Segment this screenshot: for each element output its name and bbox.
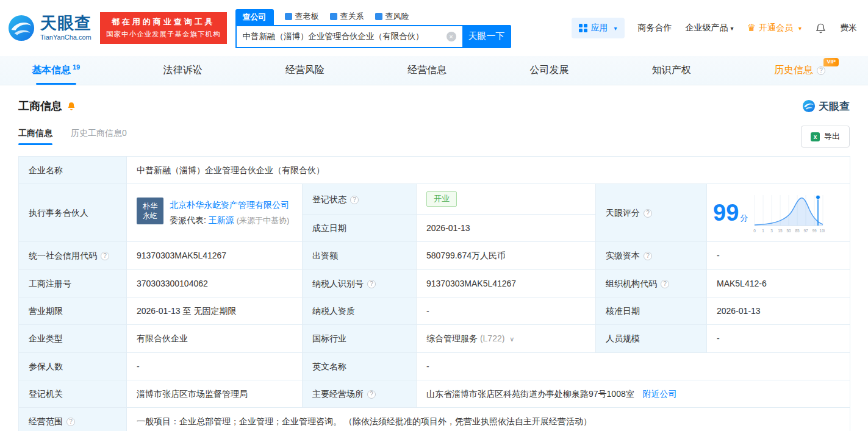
reg-number-value-cell: 370303300104062 [127, 269, 303, 297]
search-input[interactable] [235, 25, 462, 48]
grid-icon [579, 24, 587, 32]
search-area: 查公司 查老板 查关系 查风险 天眼一下 [235, 9, 511, 48]
help-icon[interactable] [66, 418, 75, 426]
reg-authority-label-cell: 登记机关 [19, 380, 127, 407]
approval-date-label-cell: 核准日期 [596, 297, 707, 325]
delegate-link[interactable]: 王新源 [209, 215, 234, 225]
help-icon[interactable] [644, 209, 652, 218]
history-help-icon[interactable] [817, 66, 825, 75]
approval-date-value-cell: 2026-01-13 [707, 297, 850, 325]
relation-tab-icon [330, 13, 337, 20]
capital-label: 出资额 [312, 251, 338, 260]
english-name-label: 英文名称 [312, 362, 346, 371]
tianyancha-logo-icon [7, 14, 35, 42]
apps-menu-label: 应用 [591, 23, 608, 34]
nav-tab-basic-info[interactable]: 基本信息 19 [28, 56, 84, 85]
nav-tab-history-info[interactable]: VIP 历史信息 [770, 56, 829, 85]
username[interactable]: 费米 [840, 23, 857, 34]
company-name-value: 中普新融（淄博）企业管理合伙企业（有限合伙） [137, 165, 325, 175]
org-code-label: 组织机构代码 [606, 279, 657, 288]
nav-tab-history-info-label: 历史信息 [774, 64, 813, 77]
search-tab-boss[interactable]: 查老板 [285, 11, 319, 25]
apps-menu[interactable]: 应用 [572, 18, 625, 38]
business-scope-label-cell: 经营范围 [19, 408, 127, 431]
establish-date-label-cell: 成立日期 [303, 215, 417, 242]
subtab-history-business-info[interactable]: 历史工商信息0 [71, 128, 127, 145]
open-vip-menu[interactable]: ♛ 开通会员 [747, 23, 802, 34]
approval-date-value: 2026-01-13 [717, 306, 761, 316]
tianyancha-logo[interactable]: 天眼查 TianYanCha.com [7, 14, 91, 42]
partner-avatar: 朴华 永屹 [137, 198, 163, 224]
search-button[interactable]: 天眼一下 [462, 25, 511, 48]
svg-text:85: 85 [795, 229, 800, 233]
alert-bell-icon[interactable] [66, 101, 76, 111]
section-title: 工商信息 [18, 99, 62, 113]
reg-number-label: 工商注册号 [29, 279, 71, 288]
company-name-value-cell: 中普新融（淄博）企业管理合伙企业（有限合伙） [127, 157, 850, 184]
chevron-down-icon[interactable] [509, 335, 514, 343]
logo-text: 天眼查 TianYanCha.com [40, 15, 91, 41]
business-address-label-cell: 主要经营场所 [303, 380, 417, 407]
taxpayer-quality-label-cell: 纳税人资质 [303, 297, 417, 325]
export-button-label: 导出 [824, 131, 840, 142]
help-icon[interactable] [644, 252, 652, 260]
english-name-value: - [426, 362, 429, 371]
corner-brand-text: 天眼查 [819, 99, 850, 113]
score-number: 99分 [713, 201, 748, 224]
company-type-value: 有限合伙企业 [137, 333, 188, 343]
search-tab-company[interactable]: 查公司 [235, 9, 274, 25]
taxpayer-id-label: 纳税人识别号 [312, 279, 364, 288]
nav-tab-company-development[interactable]: 公司发展 [526, 56, 572, 85]
nav-tab-intellectual-property[interactable]: 知识产权 [648, 56, 695, 85]
help-icon[interactable] [350, 196, 359, 204]
nav-tab-operation-risk[interactable]: 经营风险 [282, 56, 328, 85]
table-row-regnum-taxid: 工商注册号 370303300104062 纳税人识别号 91370303MAK… [19, 269, 850, 297]
nav-tab-operation-info[interactable]: 经营信息 [404, 56, 450, 85]
help-icon[interactable] [367, 280, 376, 288]
nearby-companies-link[interactable]: 附近公司 [643, 389, 677, 399]
insured-count-value-cell: - [127, 352, 303, 380]
help-icon[interactable] [101, 252, 109, 260]
search-tab-relation[interactable]: 查关系 [330, 11, 364, 25]
reg-number-label-cell: 工商注册号 [19, 269, 127, 297]
credit-code-value: 91370303MAK5L41267 [137, 251, 226, 260]
slogan-badge: 都在用的商业查询工具 国家中小企业发展子基金旗下机构 [100, 12, 227, 44]
score-unit: 分 [740, 213, 748, 223]
score-value-cell[interactable]: 99分 0 [707, 184, 850, 242]
help-icon[interactable] [367, 390, 376, 399]
subtab-business-info[interactable]: 工商信息 [18, 128, 52, 145]
approval-date-label: 核准日期 [606, 306, 640, 316]
avatar-line2: 永屹 [143, 211, 157, 221]
reg-authority-value: 淄博市张店区市场监督管理局 [137, 389, 248, 399]
business-term-value-cell: 2026-01-13 至 无固定期限 [127, 297, 303, 325]
taxpayer-quality-label: 纳税人资质 [312, 306, 355, 316]
avatar-line1: 朴华 [143, 201, 157, 211]
table-row-insured-english: 参保人数 - 英文名称 - [19, 352, 850, 380]
company-name-label: 企业名称 [29, 165, 63, 175]
industry-label: 国标行业 [312, 333, 346, 343]
score-label: 天眼评分 [606, 208, 640, 218]
business-cooperation-link[interactable]: 商务合作 [638, 23, 672, 34]
clear-search-icon[interactable] [447, 32, 456, 41]
staff-size-value-cell: - [707, 325, 850, 352]
taxpayer-id-value: 91370303MAK5L41267 [426, 279, 516, 288]
enterprise-products-menu[interactable]: 企业级产品 [686, 23, 734, 34]
capital-value-cell: 580799.674万人民币 [417, 242, 596, 269]
export-button[interactable]: 导出 [801, 126, 850, 148]
partner-company-link[interactable]: 北京朴华永屹资产管理有限公司 [170, 200, 289, 210]
executive-partner-value-cell: 朴华 永屹 北京朴华永屹资产管理有限公司 委派代表: 王新源 (来源于中基协) [127, 184, 303, 242]
business-scope-value-cell: 一般项目：企业总部管理；企业管理；企业管理咨询。 （除依法须经批准的项目外，凭营… [127, 408, 850, 431]
table-row-type-industry: 企业类型 有限合伙企业 国标行业 综合管理服务 (L722) 人员规模 - [19, 325, 850, 352]
risk-tab-icon [375, 13, 382, 20]
vip-badge: VIP [823, 58, 839, 66]
help-icon[interactable] [661, 280, 669, 288]
credit-code-label-cell: 统一社会信用代码 [19, 242, 127, 269]
nav-tab-legal[interactable]: 法律诉讼 [160, 56, 206, 85]
org-code-label-cell: 组织机构代码 [596, 269, 707, 297]
svg-text:100: 100 [820, 229, 825, 233]
slogan-line2: 国家中小企业发展子基金旗下机构 [106, 30, 221, 39]
industry-value-cell: 综合管理服务 (L722) [417, 325, 596, 352]
search-tab-risk[interactable]: 查风险 [375, 11, 409, 25]
notification-bell-icon[interactable] [815, 23, 827, 34]
score-label-cell: 天眼评分 [596, 184, 707, 242]
